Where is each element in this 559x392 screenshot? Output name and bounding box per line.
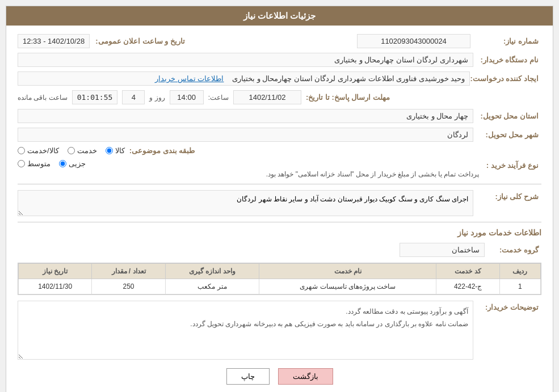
col-date: تاریخ نیاز bbox=[19, 264, 92, 279]
delivery-province-value: چهار محال و بختیاری bbox=[18, 109, 473, 123]
delivery-city-label: شهر محل تحویل: bbox=[473, 130, 541, 139]
creator-label: ایجاد کننده درخواست: bbox=[470, 74, 541, 83]
need-description-input[interactable] bbox=[18, 190, 473, 216]
service-group-label: گروه خدمت: bbox=[485, 246, 541, 254]
creator-contact-link[interactable]: اطلاعات تماس خریدار bbox=[155, 74, 224, 83]
page-title: جزئیات اطلاعات نیاز bbox=[6, 6, 553, 26]
col-name: نام خدمت bbox=[259, 264, 436, 279]
topic-kala-khadamat[interactable]: کالا/خدمت bbox=[18, 146, 59, 155]
datetime-label: تاریخ و ساعت اعلان عمومی: bbox=[93, 37, 188, 45]
need-number-value: 1102093043000024 bbox=[357, 34, 470, 48]
col-qty: تعداد / مقدار bbox=[92, 264, 165, 279]
topic-label: طبقه بندی موضوعی: bbox=[129, 146, 198, 155]
buyer-notes-label: توضیحات خریدار: bbox=[473, 301, 541, 311]
topic-khadamat[interactable]: خدمت bbox=[68, 146, 97, 155]
remaining-value: 01:01:55 bbox=[72, 90, 118, 104]
service-group-value: ساختمان bbox=[400, 243, 485, 257]
time-label: ساعت: bbox=[208, 94, 229, 102]
creator-value: وحید خورشیدی فناوری اطلاعات شهرداری لردگ… bbox=[18, 71, 470, 86]
table-row: 1ج-42-422ساخت پروژه‌های تاسیسات شهریمتر … bbox=[19, 279, 541, 294]
time-value: 14:00 bbox=[170, 90, 204, 104]
purchase-type-radio-group: متوسط جزیی bbox=[18, 159, 482, 168]
need-number-label: شماره نیاز: bbox=[473, 37, 541, 45]
topic-radio-group: کالا/خدمت خدمت کالا bbox=[18, 146, 125, 155]
purchase-type-motavaset[interactable]: متوسط bbox=[18, 159, 51, 168]
remaining-label: ساعت باقی مانده bbox=[18, 94, 68, 102]
action-buttons: بازگشت چاپ bbox=[18, 368, 541, 385]
response-deadline-label: مهلت ارسال پاسخ: تا تاریخ: bbox=[306, 93, 393, 102]
delivery-province-label: استان محل تحویل: bbox=[473, 112, 541, 120]
print-button[interactable]: چاپ bbox=[226, 368, 270, 385]
col-code: کد خدمت bbox=[436, 264, 499, 279]
back-button[interactable]: بازگشت bbox=[278, 368, 333, 385]
services-section-title: اطلاعات خدمات مورد نیاز bbox=[18, 228, 541, 237]
date-value: 1402/11/02 bbox=[233, 90, 301, 104]
delivery-city-value: لردگان bbox=[18, 128, 473, 142]
buyer-notes-input[interactable] bbox=[18, 301, 473, 360]
need-description-label: شرح کلی نیاز: bbox=[473, 190, 541, 201]
day-label: روز و bbox=[149, 94, 165, 102]
buyer-org-label: نام دستگاه خریدار: bbox=[473, 56, 541, 64]
topic-kala[interactable]: کالا bbox=[106, 146, 125, 155]
buyer-org-value: شهرداری لردگان استان چهارمحال و بختیاری bbox=[18, 53, 473, 67]
services-table: ردیف کد خدمت نام خدمت واحد اندازه گیری ت… bbox=[18, 263, 541, 295]
purchase-type-label: نوع فرآیند خرید : bbox=[486, 161, 541, 170]
datetime-value: 1402/10/28 - 12:33 bbox=[18, 34, 90, 48]
purchase-type-desc: پرداخت تمام یا بخشی از مبلغ خریدار از مح… bbox=[18, 170, 482, 178]
col-unit: واحد اندازه گیری bbox=[165, 264, 259, 279]
day-value: 4 bbox=[122, 90, 145, 104]
purchase-type-jozi[interactable]: جزیی bbox=[59, 159, 86, 168]
col-row: ردیف bbox=[499, 264, 540, 279]
